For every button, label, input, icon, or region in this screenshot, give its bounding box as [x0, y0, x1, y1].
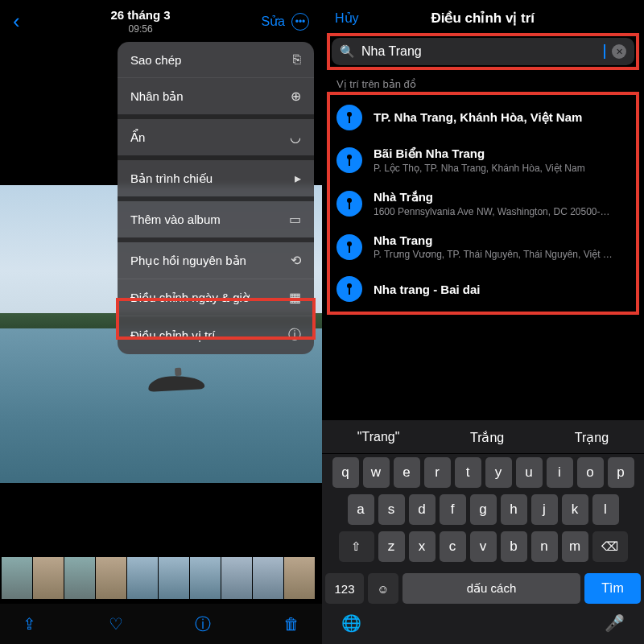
key-g[interactable]: g — [470, 494, 497, 525]
edit-button[interactable]: Sửa — [261, 14, 285, 29]
share-icon[interactable]: ⇪ — [23, 614, 36, 634]
location-results-list: TP. Nha Trang, Khánh Hòa, Việt Nam Bãi B… — [322, 97, 644, 310]
result-title: Bãi Biển Nha Trang — [374, 147, 585, 161]
key-h[interactable]: h — [501, 494, 527, 525]
suggestion[interactable]: Trắng — [470, 430, 504, 445]
menu-slideshow[interactable]: Bản trình chiếu ▸ — [118, 160, 314, 201]
menu-label: Ẩn — [130, 130, 145, 145]
suggestion[interactable]: Trạng — [575, 430, 609, 445]
svg-rect-5 — [349, 202, 350, 209]
result-title: Nha Trang — [374, 233, 615, 247]
hide-icon: ◡ — [290, 130, 301, 145]
info-icon[interactable]: ⓘ — [195, 613, 211, 635]
key-e[interactable]: e — [394, 457, 420, 488]
result-title: Nha trang - Bai dai — [374, 283, 481, 296]
menu-adjust-datetime[interactable]: Điều chỉnh ngày & giờ ▦ — [118, 279, 314, 316]
key-x[interactable]: x — [409, 531, 436, 562]
section-header-map-locations: Vị trí trên bản đồ — [322, 73, 644, 97]
mic-key[interactable]: 🎤 — [605, 613, 625, 633]
menu-hide[interactable]: Ẩn ◡ — [118, 119, 314, 160]
clear-search-button[interactable]: ✕ — [612, 44, 626, 59]
emoji-key[interactable]: ☺ — [368, 573, 398, 604]
location-result[interactable]: Bãi Biển Nha Trang P. Lộc Thọ, TP. Nha T… — [322, 138, 644, 182]
revert-icon: ⟲ — [291, 253, 301, 268]
photo-date: 26 tháng 3 — [110, 8, 170, 22]
context-menu: Sao chép ⎘ Nhân bản ⊕ Ẩn ◡ Bản trình chi… — [118, 42, 314, 354]
trash-icon[interactable]: 🗑 — [283, 615, 299, 634]
svg-rect-3 — [349, 159, 350, 166]
back-button[interactable]: ‹ — [13, 9, 20, 34]
search-input[interactable]: 🔍 Nha Trang ✕ — [332, 38, 634, 65]
menu-revert-original[interactable]: Phục hồi nguyên bản ⟲ — [118, 242, 314, 279]
key-n[interactable]: n — [531, 531, 558, 562]
result-subtitle: P. Trưng Vương, TP. Thái Nguyên, Thái Ng… — [374, 249, 615, 260]
search-text: Nha Trang — [361, 44, 597, 59]
screenshot-right-adjust-location: Hủy Điều chỉnh vị trí 🔍 Nha Trang ✕ Vị t… — [322, 0, 644, 644]
page-title: Điều chỉnh vị trí — [431, 10, 535, 27]
location-result[interactable]: TP. Nha Trang, Khánh Hòa, Việt Nam — [322, 97, 644, 138]
key-l[interactable]: l — [592, 494, 619, 525]
key-f[interactable]: f — [440, 494, 466, 525]
globe-key[interactable]: 🌐 — [341, 613, 361, 633]
key-d[interactable]: d — [409, 494, 436, 525]
map-pin-icon — [336, 105, 362, 130]
svg-rect-1 — [349, 116, 350, 123]
menu-add-to-album[interactable]: Thêm vào album ▭ — [118, 201, 314, 242]
map-pin-icon — [336, 147, 362, 173]
key-a[interactable]: a — [348, 494, 374, 525]
key-c[interactable]: c — [440, 531, 466, 562]
menu-label: Điều chỉnh vị trí — [130, 328, 215, 343]
key-r[interactable]: r — [424, 457, 451, 488]
key-t[interactable]: t — [455, 457, 481, 488]
menu-label: Nhân bản — [130, 89, 184, 104]
photo-date-header: 26 tháng 3 09:56 — [110, 8, 170, 35]
menu-label: Điều chỉnh ngày & giờ — [130, 291, 250, 305]
duplicate-icon: ⊕ — [291, 89, 301, 104]
info-icon: ⓘ — [288, 327, 301, 344]
key-v[interactable]: v — [470, 531, 497, 562]
result-title: TP. Nha Trang, Khánh Hòa, Việt Nam — [374, 110, 582, 125]
key-p[interactable]: p — [608, 457, 634, 488]
location-result[interactable]: Nhà Trắng 1600 Pennsylvania Ave NW, Wash… — [322, 182, 644, 225]
search-key[interactable]: Tìm — [584, 573, 641, 604]
keyboard-suggestions: "Trang" Trắng Trạng — [322, 425, 644, 454]
location-result[interactable]: Nha Trang P. Trưng Vương, TP. Thái Nguyê… — [322, 225, 644, 268]
key-w[interactable]: w — [363, 457, 390, 488]
key-y[interactable]: y — [485, 457, 512, 488]
search-icon: 🔍 — [340, 44, 355, 59]
suggestion[interactable]: "Trang" — [357, 430, 400, 445]
menu-adjust-location[interactable]: Điều chỉnh vị trí ⓘ — [118, 316, 314, 354]
key-z[interactable]: z — [378, 531, 405, 562]
map-pin-icon — [336, 234, 362, 260]
backspace-key[interactable]: ⌫ — [592, 531, 628, 562]
favorite-icon[interactable]: ♡ — [109, 614, 123, 634]
key-u[interactable]: u — [516, 457, 543, 488]
more-menu-button[interactable]: ••• — [291, 13, 309, 31]
key-i[interactable]: i — [547, 457, 573, 488]
key-k[interactable]: k — [562, 494, 588, 525]
location-result[interactable]: Nha trang - Bai dai — [322, 268, 644, 310]
photo-time: 09:56 — [110, 23, 170, 35]
svg-rect-9 — [349, 287, 350, 295]
copy-icon: ⎘ — [293, 52, 301, 67]
cancel-button[interactable]: Hủy — [335, 10, 359, 26]
key-s[interactable]: s — [378, 494, 405, 525]
space-key[interactable]: dấu cách — [402, 573, 580, 604]
key-b[interactable]: b — [501, 531, 527, 562]
menu-duplicate[interactable]: Nhân bản ⊕ — [118, 78, 314, 119]
key-o[interactable]: o — [577, 457, 604, 488]
numbers-key[interactable]: 123 — [325, 573, 364, 604]
on-screen-keyboard: "Trang" Trắng Trạng qwertyuiop asdfghjkl… — [322, 420, 644, 644]
shift-key[interactable]: ⇧ — [339, 531, 374, 562]
thumbnail-strip[interactable] — [0, 557, 322, 599]
key-m[interactable]: m — [562, 531, 588, 562]
menu-copy[interactable]: Sao chép ⎘ — [118, 42, 314, 78]
result-title: Nhà Trắng — [374, 190, 615, 204]
key-j[interactable]: j — [531, 494, 558, 525]
result-subtitle: 1600 Pennsylvania Ave NW, Washington, DC… — [374, 206, 615, 217]
key-q[interactable]: q — [332, 457, 359, 488]
svg-rect-7 — [349, 246, 350, 253]
map-pin-icon — [336, 191, 362, 217]
map-pin-icon — [336, 276, 362, 302]
menu-label: Sao chép — [130, 53, 181, 67]
